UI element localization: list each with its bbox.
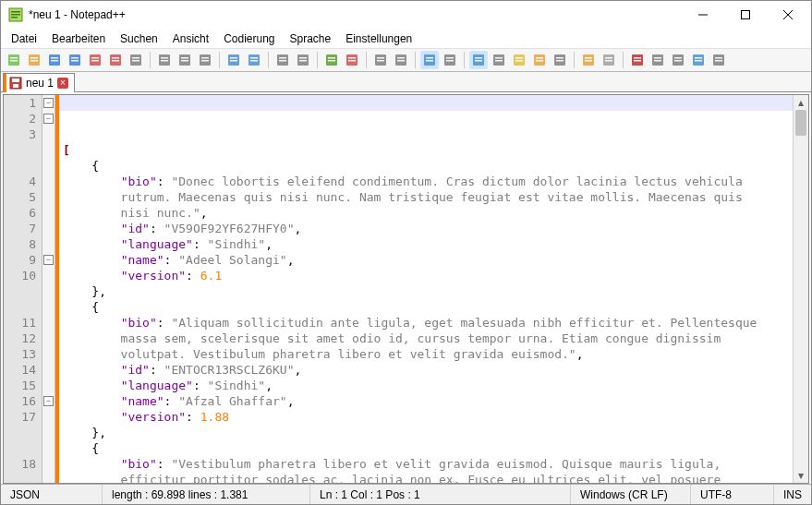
code-line[interactable]: massa sem, scelerisque sit amet odio id,… xyxy=(63,331,793,346)
sync-h-icon[interactable] xyxy=(392,51,410,69)
func-list-icon[interactable] xyxy=(510,51,528,69)
record-icon[interactable] xyxy=(628,51,647,69)
code-line[interactable]: "name": "Afzal Ghaffar", xyxy=(63,393,793,409)
fold-toggle-icon[interactable]: − xyxy=(43,98,54,108)
status-eol[interactable]: Windows (CR LF) xyxy=(571,485,691,504)
line-number: 13 xyxy=(4,346,36,362)
scrollbar-thumb[interactable] xyxy=(795,110,806,136)
code-line[interactable]: { xyxy=(63,440,793,456)
sync-v-icon[interactable] xyxy=(371,51,390,69)
cut-icon[interactable] xyxy=(155,51,174,69)
code-line[interactable]: "version": 6.1 xyxy=(63,268,793,283)
menu-ansicht[interactable]: Ansicht xyxy=(166,30,215,47)
code-line[interactable]: "language": "Sindhi", xyxy=(63,378,793,393)
code-line[interactable]: efficitur porttitor sodales ac, lacinia … xyxy=(63,472,793,483)
monitor-icon[interactable] xyxy=(551,51,569,69)
svg-rect-1 xyxy=(11,11,20,13)
line-number: 3 xyxy=(4,126,36,142)
code-editor[interactable]: [ { "bio": "Donec lobortis eleifend cond… xyxy=(59,95,793,483)
fold-toggle-icon[interactable]: − xyxy=(43,255,54,265)
code-line[interactable]: rutrum. Maecenas quis nisi nunc. Nam tri… xyxy=(63,189,793,205)
toolbar-separator xyxy=(150,52,151,68)
code-line[interactable]: nisi nunc.", xyxy=(63,205,793,221)
svg-rect-88 xyxy=(605,60,612,62)
code-line[interactable]: "id": "ENTOCR13RSCLZ6KU", xyxy=(63,362,793,378)
close-all-icon[interactable] xyxy=(106,51,125,69)
zoom-in-icon[interactable] xyxy=(322,51,341,69)
svg-rect-67 xyxy=(446,60,454,62)
code-line[interactable]: }, xyxy=(63,283,793,299)
svg-rect-60 xyxy=(397,57,405,59)
code-line[interactable]: "id": "V59OF92YF627HFY0", xyxy=(63,221,793,236)
code-line[interactable]: "name": "Adeel Solangi", xyxy=(63,252,793,268)
minimize-button[interactable] xyxy=(682,2,724,28)
save-icon[interactable] xyxy=(45,51,64,69)
svg-rect-40 xyxy=(230,60,237,62)
status-position: Ln : 1 Col : 1 Pos : 1 xyxy=(310,485,571,504)
code-line[interactable]: { xyxy=(63,299,793,315)
menu-sprache[interactable]: Sprache xyxy=(284,30,338,47)
menu-datei[interactable]: Datei xyxy=(5,30,43,47)
line-number: 11 xyxy=(4,315,36,331)
undo-icon[interactable] xyxy=(224,51,243,69)
code-line[interactable]: "version": 1.88 xyxy=(63,409,793,425)
status-encoding[interactable]: UTF-8 xyxy=(691,485,774,504)
code-line[interactable]: [ xyxy=(63,142,793,158)
find-icon[interactable] xyxy=(273,51,292,69)
save-macro-icon[interactable] xyxy=(709,51,728,69)
app-icon xyxy=(8,7,23,22)
code-line[interactable]: volutpat. Vestibulum pharetra libero et … xyxy=(63,346,793,362)
indent-icon[interactable] xyxy=(469,51,488,69)
redo-icon[interactable] xyxy=(245,51,263,69)
window-title: *neu 1 - Notepad++ xyxy=(29,8,682,21)
close-icon[interactable] xyxy=(86,51,104,69)
zoom-out-icon[interactable] xyxy=(343,51,361,69)
stop-icon[interactable] xyxy=(648,51,667,69)
print-icon[interactable] xyxy=(127,51,145,69)
svg-rect-30 xyxy=(161,57,168,59)
line-number xyxy=(4,158,36,174)
maximize-button[interactable] xyxy=(724,2,767,28)
code-line[interactable]: "bio": "Vestibulum pharetra libero et ve… xyxy=(63,456,793,472)
svg-rect-12 xyxy=(30,57,38,59)
folder-open-icon[interactable] xyxy=(579,51,598,69)
doc-map-icon[interactable] xyxy=(490,51,508,69)
fold-margin[interactable]: −−−− xyxy=(42,95,55,483)
menu-bearbeiten[interactable]: Bearbeiten xyxy=(45,30,112,47)
menu-suchen[interactable]: Suchen xyxy=(114,30,164,47)
new-file-icon[interactable] xyxy=(5,51,23,69)
fold-toggle-icon[interactable]: − xyxy=(43,396,54,406)
fold-toggle-icon[interactable]: − xyxy=(43,114,54,124)
play-multi-icon[interactable] xyxy=(689,51,708,69)
svg-rect-54 xyxy=(348,57,356,59)
svg-rect-15 xyxy=(51,57,58,59)
status-insert-mode[interactable]: INS xyxy=(774,485,811,504)
status-length: length : 69.898 lines : 1.381 xyxy=(103,485,310,504)
scroll-down-icon[interactable]: ▾ xyxy=(794,468,808,483)
doc-list-icon[interactable] xyxy=(600,51,618,69)
code-line[interactable]: "bio": "Aliquam sollicitudin ante ligula… xyxy=(63,315,793,331)
tab-close-icon[interactable]: × xyxy=(57,78,68,89)
replace-icon[interactable] xyxy=(294,51,312,69)
paste-icon[interactable] xyxy=(196,51,214,69)
code-line[interactable]: { xyxy=(63,158,793,174)
menu-codierung[interactable]: Codierung xyxy=(217,30,281,47)
save-all-icon[interactable] xyxy=(66,51,84,69)
code-line[interactable]: }, xyxy=(63,425,793,440)
menu-einstellungen[interactable]: Einstellungen xyxy=(339,30,418,47)
close-button[interactable] xyxy=(767,2,809,28)
vertical-scrollbar[interactable]: ▴ ▾ xyxy=(793,95,808,483)
code-line[interactable]: "language": "Sindhi", xyxy=(63,236,793,252)
copy-icon[interactable] xyxy=(176,51,194,69)
status-language: JSON xyxy=(1,485,103,504)
line-number-gutter: 123456789101112131415161718 xyxy=(4,95,42,483)
tab-label: neu 1 xyxy=(26,77,54,90)
tab-neu-1[interactable]: neu 1 × xyxy=(3,73,75,92)
open-file-icon[interactable] xyxy=(25,51,43,69)
ws-icon[interactable] xyxy=(441,51,459,69)
play-icon[interactable] xyxy=(669,51,687,69)
folder-icon[interactable] xyxy=(530,51,549,69)
wrap-icon[interactable] xyxy=(420,51,439,69)
scroll-up-icon[interactable]: ▴ xyxy=(794,95,808,110)
code-line[interactable]: "bio": "Donec lobortis eleifend condimen… xyxy=(63,174,793,189)
